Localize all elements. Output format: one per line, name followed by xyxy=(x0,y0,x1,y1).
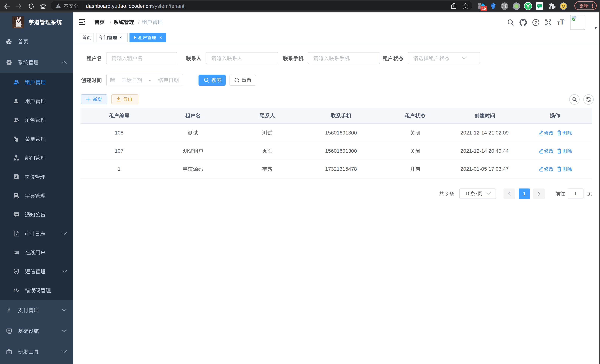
svg-text:?: ? xyxy=(534,20,537,25)
